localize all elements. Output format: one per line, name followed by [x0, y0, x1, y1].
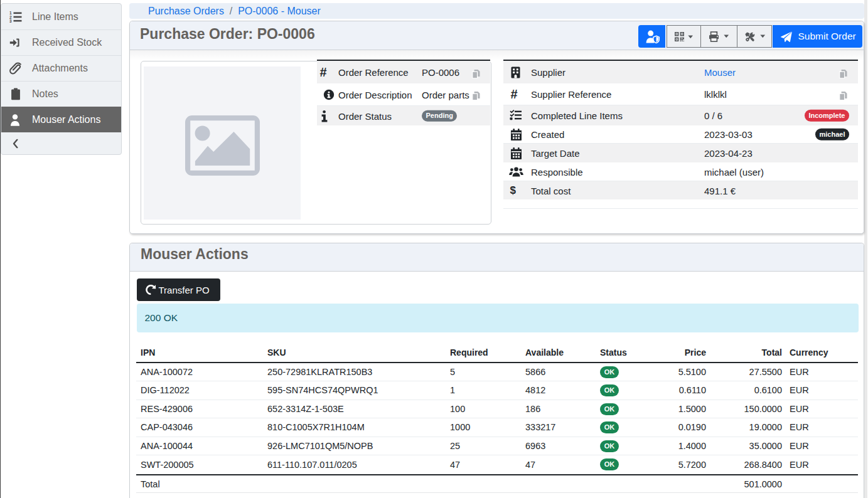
svg-text:3: 3	[9, 19, 12, 23]
